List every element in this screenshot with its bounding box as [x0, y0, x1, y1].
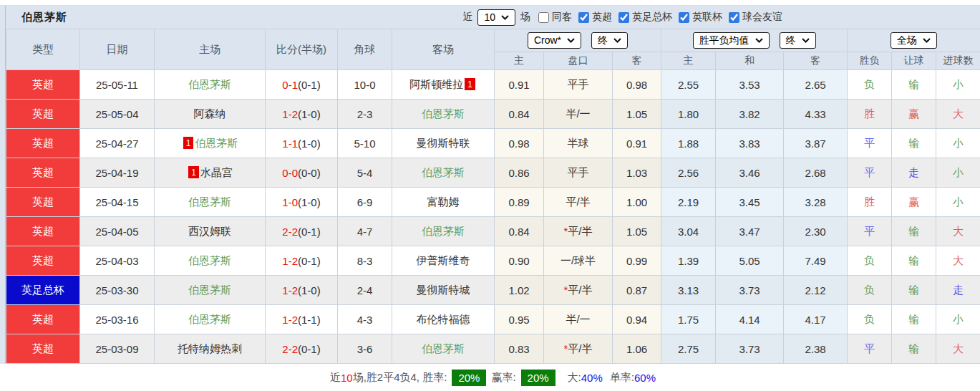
team-name: 西汉姆联	[188, 225, 231, 237]
cell-handicap: *平/半	[544, 276, 613, 305]
cell-result-handicap: 输	[892, 334, 936, 364]
footer-count: 10	[341, 372, 353, 384]
col-header-mean-away: 客	[784, 52, 848, 70]
filter-checkbox-friendly[interactable]: 球会友谊	[726, 11, 782, 24]
cell-result-goals: 走	[936, 276, 980, 305]
cell-corner-score: 5-4	[338, 158, 392, 188]
col-header-type: 类型	[6, 29, 80, 70]
cell-handicap: 平/半	[544, 188, 613, 217]
games-label: 场	[519, 11, 532, 24]
table-row: 英超 25-04-27 1伯恩茅斯 1-1(1-0) 5-10 曼彻斯特联 0.…	[6, 129, 980, 158]
cell-away-team: 伯恩茅斯	[392, 100, 495, 129]
cell-odds-away: 1.06	[613, 334, 661, 364]
recent-count-select[interactable]: 10	[477, 9, 515, 26]
single-label: 单率:	[610, 371, 634, 385]
cell-mean-draw: 4.14	[716, 305, 784, 334]
col-header-result-outcome: 胜负	[848, 52, 892, 70]
odds-company-select[interactable]: Crow*	[528, 32, 581, 49]
cell-mean-away: 4.33	[784, 100, 848, 129]
cell-odds-home: 0.83	[495, 334, 544, 364]
cell-match-type: 英超	[6, 158, 80, 188]
cell-odds-away: 0.99	[613, 246, 661, 276]
fulltime-score: 1-2	[282, 284, 298, 296]
halftime-score: (1-1)	[298, 314, 321, 326]
title-bar: 伯恩茅斯 近 10 场 同客 英超 英足总杯 英联杯	[6, 6, 980, 29]
table-row: 英超 25-05-04 阿森纳 1-2(1-0) 2-3 伯恩茅斯 0.84 半…	[6, 100, 980, 129]
fulltime-score: 2-2	[282, 226, 298, 238]
cell-result-outcome: 负	[848, 305, 892, 334]
cell-odds-away: 0.98	[613, 70, 661, 100]
cell-corner-score: 6-9	[338, 188, 392, 217]
cell-away-team: 伊普斯维奇	[392, 246, 495, 276]
halftime-score: (1-0)	[298, 196, 321, 208]
mean-time-select[interactable]: 终	[780, 32, 816, 49]
fa-cup-checkbox[interactable]	[618, 12, 629, 23]
league-cup-checkbox[interactable]	[679, 12, 689, 23]
same-away-checkbox[interactable]	[538, 12, 549, 23]
cell-odds-away: 0.87	[613, 276, 661, 305]
left-gutter	[0, 6, 6, 364]
cell-date: 25-04-03	[80, 246, 155, 276]
star-marker: *	[563, 225, 568, 237]
friendly-checkbox[interactable]	[729, 12, 739, 23]
cell-mean-draw: 3.47	[716, 217, 784, 246]
cell-handicap: *平/半	[544, 217, 613, 246]
table-row: 英超 25-04-03 伯恩茅斯 1-2(0-1) 8-3 伊普斯维奇 0.90…	[6, 246, 980, 276]
page-title: 伯恩茅斯	[21, 11, 67, 24]
filter-checkbox-premier-league[interactable]: 英超	[576, 11, 612, 24]
cell-odds-away: 1.03	[613, 158, 661, 188]
cell-result-goals: 大	[936, 334, 980, 364]
cell-odds-home: 0.90	[495, 246, 544, 276]
big-value: 40%	[581, 372, 603, 384]
fulltime-score: 2-2	[282, 343, 298, 355]
cell-home-team: 1水晶宫	[155, 158, 266, 188]
col-header-result-goals: 进球数	[936, 52, 980, 70]
cell-mean-home: 3.04	[661, 217, 716, 246]
scope-select[interactable]: 全场	[891, 32, 937, 49]
cell-odds-away: 1.05	[613, 100, 661, 129]
cell-home-team: 伯恩茅斯	[155, 276, 266, 305]
odds-time-select[interactable]: 终	[591, 32, 628, 49]
star-marker: *	[563, 284, 568, 296]
halftime-score: (0-1)	[298, 343, 321, 355]
mean-type-select[interactable]: 胜平负均值	[693, 32, 770, 49]
premier-league-checkbox[interactable]	[578, 12, 589, 23]
red-card-badge: 1	[183, 137, 194, 149]
cell-away-team: 伯恩茅斯	[392, 158, 495, 188]
cell-home-team: 伯恩茅斯	[155, 305, 266, 334]
cell-result-handicap: 输	[892, 70, 936, 100]
cell-handicap: 一/球半	[544, 246, 613, 276]
mean-group-header: 胜平负均值 终	[661, 29, 848, 52]
team-name: 曼彻斯特联	[417, 137, 470, 149]
cell-result-goals: 小	[936, 305, 980, 334]
cell-score: 1-2(1-0)	[266, 100, 338, 129]
cell-match-type: 英超	[6, 188, 80, 217]
cell-result-handicap: 赢	[892, 100, 936, 129]
filter-bar: 近 10 场 同客 英超 英足总杯 英联杯	[461, 9, 782, 26]
halftime-score: (0-1)	[298, 226, 321, 238]
cell-result-goals: 大	[936, 246, 980, 276]
table-row: 英超 25-04-19 1水晶宫 0-0(0-0) 5-4 伯恩茅斯 0.86 …	[6, 158, 980, 188]
filter-checkbox-fa-cup[interactable]: 英足总杯	[616, 11, 672, 24]
filter-checkbox-same-away[interactable]: 同客	[535, 11, 572, 24]
cell-result-goals: 小	[936, 70, 980, 100]
filter-checkbox-league-cup[interactable]: 英联杯	[676, 11, 722, 24]
table-row: 英超 25-03-16 伯恩茅斯 1-2(1-1) 4-3 布伦特福德 0.95…	[6, 305, 980, 334]
col-header-mean-home: 主	[661, 52, 716, 70]
cell-home-team: 西汉姆联	[155, 217, 266, 246]
cell-away-team: 阿斯顿维拉1	[392, 70, 495, 100]
chevron-down-icon	[802, 38, 810, 43]
cell-mean-home: 2.19	[661, 188, 716, 217]
team-name: 阿斯顿维拉	[409, 78, 463, 90]
top-strip	[0, 0, 980, 6]
cell-handicap: 半/一	[544, 305, 613, 334]
cell-score: 0-1(0-1)	[266, 70, 338, 100]
cell-odds-home: 0.91	[495, 70, 544, 100]
col-header-result-handicap: 让球	[892, 52, 936, 70]
cell-odds-home: 0.89	[495, 188, 544, 217]
cell-away-team: 曼彻斯特城	[392, 276, 495, 305]
team-name: 阿森纳	[194, 107, 226, 120]
table-row: 英超 25-03-09 托特纳姆热刺 2-2(0-1) 3-6 伯恩茅斯 0.8…	[6, 334, 980, 364]
cell-result-handicap: 赢	[892, 188, 936, 217]
col-header-odds-away: 客	[613, 52, 661, 70]
